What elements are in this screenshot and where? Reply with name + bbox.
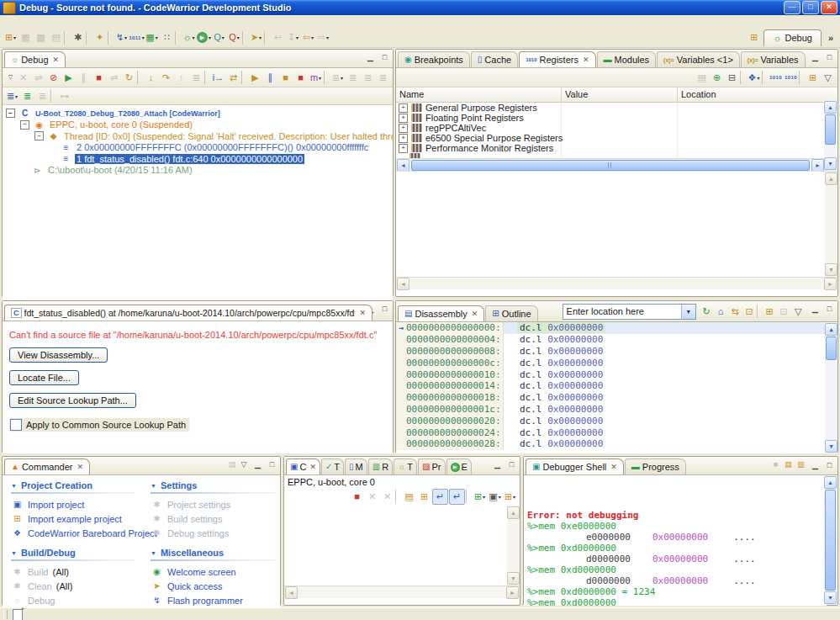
- terminate-icon[interactable]: ■▾: [350, 490, 364, 504]
- new-wizard-icon[interactable]: ⊞▾: [3, 30, 18, 45]
- dropdown-arrow-icon[interactable]: ▾: [13, 34, 16, 40]
- remote-systems-tab[interactable]: ▥R: [368, 458, 393, 474]
- commander-tab[interactable]: ▲Commander: [4, 458, 90, 474]
- profile-launch-icon[interactable]: Q▾: [212, 30, 226, 45]
- cache-tab[interactable]: ▯Cache: [471, 51, 518, 67]
- disassembly-line[interactable]: 0000000000000014: dc.l 0x00000000: [396, 380, 837, 392]
- toolbar-icon[interactable]: ▾: [108, 31, 114, 45]
- dropdown-arrow-icon[interactable]: ▾: [499, 494, 501, 500]
- section-header[interactable]: Settings: [151, 480, 275, 490]
- column-header[interactable]: Location: [678, 87, 837, 102]
- target-tasks-icon[interactable]: ∷▾: [160, 30, 174, 45]
- scroll-up-icon[interactable]: ▲: [507, 506, 520, 519]
- tasks-tab[interactable]: ✓T: [321, 458, 344, 474]
- expand-icon[interactable]: [399, 144, 408, 153]
- debug-toolbar-icon[interactable]: ▾: [204, 71, 210, 84]
- coverage-launch-icon[interactable]: Q▾: [227, 30, 241, 45]
- project-node[interactable]: ⊳ C:\uboot\u-boot (4/20/15 11:16 AM): [3, 165, 393, 177]
- progress-tab[interactable]: ▬Progress: [625, 458, 686, 474]
- show-on-output-icon[interactable]: ↵▾: [449, 489, 465, 505]
- debug-settings[interactable]: ✱Debug settings: [151, 526, 275, 540]
- resume-icon[interactable]: ▶▾: [61, 71, 76, 85]
- disassembly-line[interactable]: 0000000000000024: dc.l 0x00000000: [396, 427, 837, 438]
- toolbar-icon[interactable]: ▾: [264, 31, 270, 45]
- combo-dropdown-icon[interactable]: [681, 305, 695, 319]
- collapse-triangle-icon[interactable]: [11, 550, 17, 556]
- section-header[interactable]: Project Creation: [11, 480, 135, 490]
- variables-tab[interactable]: (x)=Variables: [741, 51, 806, 67]
- dropdown-arrow-icon[interactable]: ▾: [757, 75, 759, 81]
- refresh-icon[interactable]: ↻▾: [700, 305, 714, 319]
- register-group-row[interactable]: e6500 Special Purpose Registers: [396, 133, 825, 143]
- print-registers-icon[interactable]: ▤▾: [695, 71, 709, 85]
- apply-common-checkbox[interactable]: [10, 419, 22, 431]
- column-header[interactable]: Value: [562, 87, 678, 102]
- build-icon[interactable]: ✱▾: [71, 30, 85, 45]
- section-header[interactable]: Miscellaneous: [151, 548, 275, 558]
- disassembly-line[interactable]: 0000000000000028: dc.l 0x00000000: [396, 438, 837, 450]
- toolbar-overflow-chevron[interactable]: »: [825, 33, 837, 43]
- console-output[interactable]: ▲ ▼: [284, 506, 520, 586]
- build-all[interactable]: ✱Build(All): [11, 564, 135, 579]
- save-stack-icon[interactable]: ≣▾: [361, 71, 375, 85]
- toolbar-icon[interactable]: ▾: [175, 31, 181, 45]
- close-tab-icon[interactable]: [472, 310, 478, 318]
- outline-tab[interactable]: ⊞Outline: [485, 305, 537, 321]
- maximize-view-icon[interactable]: □: [505, 458, 518, 470]
- toolbar-icon[interactable]: ▾: [64, 31, 70, 45]
- problems-tab[interactable]: ▨Pr: [418, 458, 445, 474]
- copy-stack-icon[interactable]: ≣▾: [376, 71, 390, 85]
- hardware-diagnostics-icon[interactable]: ▦▾: [145, 30, 159, 45]
- collapse-expander-icon[interactable]: [34, 131, 44, 140]
- expand-icon[interactable]: [399, 103, 408, 113]
- search-icon[interactable]: ➤▾: [249, 30, 263, 45]
- disassembly-line[interactable]: 0000000000000008: dc.l 0x00000000: [396, 346, 837, 358]
- scroll-down-icon[interactable]: ▼: [825, 263, 837, 276]
- shell-vscrollbar[interactable]: ▲ ▼: [824, 475, 837, 605]
- register-group-row[interactable]: regPPCAltiVec: [396, 123, 825, 133]
- minimize-button[interactable]: —: [784, 1, 800, 14]
- register-group-row[interactable]: Floating Point Registers: [396, 113, 825, 123]
- save-icon[interactable]: ▦▾: [18, 30, 33, 45]
- terminate-icon[interactable]: ■▾: [769, 458, 782, 471]
- column-header[interactable]: Name: [396, 87, 562, 102]
- show-source-icon[interactable]: ⊡▾: [742, 305, 757, 319]
- export-log-icon[interactable]: ▥▾: [795, 458, 807, 471]
- run-launch-icon[interactable]: ▶▾: [197, 30, 211, 45]
- disassembly-line[interactable]: 0000000000000020: dc.l 0x00000000: [396, 415, 837, 427]
- console-hscrollbar[interactable]: ◄ ►: [284, 586, 520, 598]
- dropdown-arrow-icon[interactable]: ▾: [341, 75, 343, 81]
- fast-view-icon[interactable]: [13, 609, 23, 620]
- remove-all-terminated-icon[interactable]: ✕▾: [16, 71, 30, 85]
- remove-all-launches-icon[interactable]: ✕▾: [380, 490, 394, 504]
- close-tab-icon[interactable]: [53, 56, 60, 64]
- forward-icon[interactable]: ⇨▾: [316, 30, 330, 45]
- open-perspective-icon[interactable]: ⊞: [747, 30, 761, 45]
- scroll-left-icon[interactable]: ◄: [397, 278, 409, 290]
- close-tab-icon[interactable]: [309, 463, 316, 471]
- print-icon[interactable]: ▤▾: [49, 30, 63, 45]
- source-mode-icon[interactable]: ⇄▾: [226, 71, 240, 85]
- dropdown-arrow-icon[interactable]: ▾: [483, 494, 485, 500]
- debug-tab[interactable]: ☼Debug: [4, 51, 66, 67]
- new-console-view-icon[interactable]: ⊞▾: [503, 490, 517, 504]
- maximize-view-icon[interactable]: □: [378, 51, 391, 63]
- expand-icon[interactable]: [399, 114, 408, 123]
- view-layout-icon[interactable]: ≣▾: [330, 71, 345, 85]
- terminate-relaunch-icon[interactable]: ⇌▾: [107, 71, 121, 85]
- close-tab-icon[interactable]: [77, 463, 83, 471]
- maximize-view-icon[interactable]: □: [823, 459, 836, 471]
- dropdown-arrow-icon[interactable]: ▾: [237, 34, 240, 40]
- minimize-view-icon[interactable]: ▁: [491, 458, 504, 470]
- disassembly-vscrollbar[interactable]: ▲ ▼: [825, 322, 837, 453]
- sync-cursor-icon[interactable]: ⇆▾: [728, 305, 742, 319]
- build-settings[interactable]: ✱Build settings: [151, 511, 275, 526]
- registers-tab[interactable]: 1010Registers: [519, 51, 595, 67]
- dropdown-arrow-icon[interactable]: ▾: [319, 75, 321, 81]
- disassembly-line[interactable]: 000000000000000c: dc.l 0x00000000: [396, 357, 837, 368]
- expand-icon[interactable]: [399, 124, 408, 133]
- section-header[interactable]: Build/Debug: [11, 548, 135, 558]
- project-settings[interactable]: ✱Project settings: [151, 497, 275, 511]
- welcome-screen[interactable]: ◉Welcome screen: [151, 564, 275, 579]
- collapse-triangle-icon[interactable]: [151, 550, 156, 556]
